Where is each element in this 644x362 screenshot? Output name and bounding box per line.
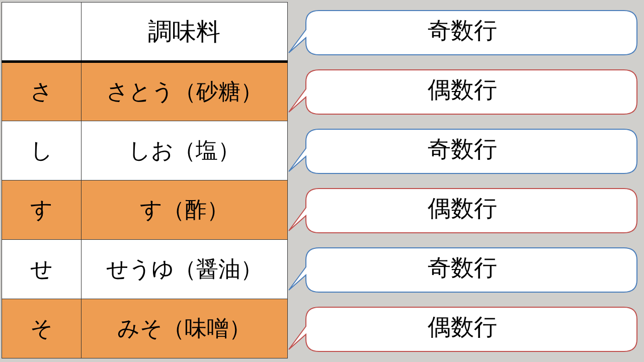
table-row: そ みそ（味噌） <box>2 299 288 358</box>
callout-bubble: 偶数行 <box>306 67 619 113</box>
header-cell-b: 調味料 <box>81 3 287 62</box>
row-key: さ <box>2 62 82 121</box>
callout-label: 奇数行 <box>306 126 619 172</box>
row-key: せ <box>2 240 82 299</box>
table-header-row: 調味料 <box>2 3 288 62</box>
callout-bubble: 偶数行 <box>306 304 619 350</box>
callout-label: 偶数行 <box>306 67 619 113</box>
callout-label: 奇数行 <box>306 245 619 291</box>
row-key: す <box>2 180 82 240</box>
callout-bubble: 奇数行 <box>306 126 619 172</box>
table-row: さ さとう（砂糖） <box>2 62 288 121</box>
diagram-stage: 調味料 さ さとう（砂糖） し しお（塩） す す（酢） せ せうゆ（醤油） そ… <box>0 0 644 362</box>
row-value: す（酢） <box>81 180 287 240</box>
callout-label: 奇数行 <box>306 8 619 54</box>
callout-label: 偶数行 <box>306 186 619 232</box>
header-cell-a <box>2 3 82 62</box>
callout-bubble: 奇数行 <box>306 245 619 291</box>
callout-bubble: 奇数行 <box>306 8 619 54</box>
seasoning-table: 調味料 さ さとう（砂糖） し しお（塩） す す（酢） せ せうゆ（醤油） そ… <box>2 2 288 358</box>
callout-label: 偶数行 <box>306 304 619 350</box>
table-row: せ せうゆ（醤油） <box>2 240 288 299</box>
table-row: す す（酢） <box>2 180 288 240</box>
row-value: しお（塩） <box>81 121 287 180</box>
row-key: し <box>2 121 82 180</box>
row-value: せうゆ（醤油） <box>81 240 287 299</box>
callout-bubble: 偶数行 <box>306 186 619 232</box>
table-row: し しお（塩） <box>2 121 288 180</box>
row-key: そ <box>2 299 82 358</box>
row-value: みそ（味噌） <box>81 299 287 358</box>
row-value: さとう（砂糖） <box>81 62 287 121</box>
